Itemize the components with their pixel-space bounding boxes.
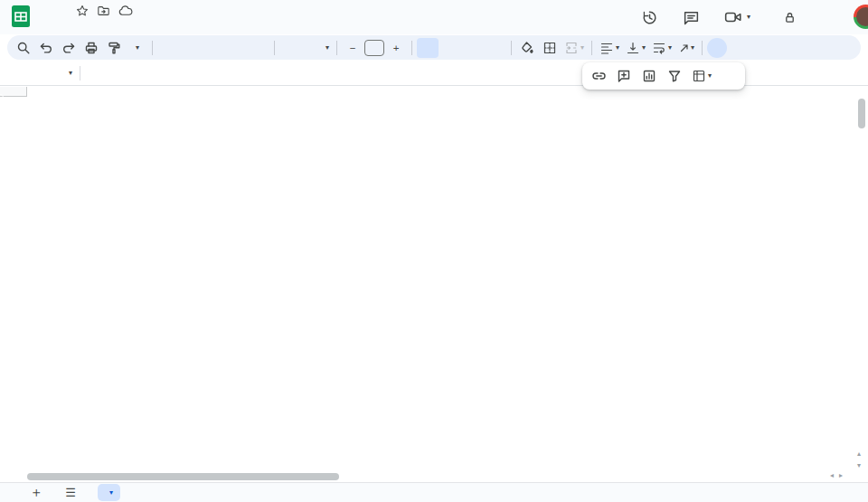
version-history-icon xyxy=(641,9,658,26)
sheet-tab-active[interactable]: ▾ xyxy=(98,484,120,501)
insert-chart-button[interactable] xyxy=(638,66,660,86)
top-bar: ▾ xyxy=(0,0,868,34)
add-sheet-button[interactable]: ＋ xyxy=(25,484,47,501)
toolbar-divider xyxy=(336,41,337,55)
bold-button[interactable] xyxy=(417,38,439,58)
paint-format-button[interactable] xyxy=(103,38,125,58)
pivot-table-icon xyxy=(692,69,706,83)
merge-cells-button: ▾ xyxy=(561,38,587,58)
sheet-tab-bar: ＋ ☰ ▾ xyxy=(0,482,868,502)
decrease-decimals-button[interactable] xyxy=(203,38,224,58)
name-box[interactable]: ▾ xyxy=(0,70,80,77)
horizontal-align-button[interactable]: ▾ xyxy=(597,38,622,58)
text-rotation-button[interactable]: ▾ xyxy=(675,38,697,58)
search-icon xyxy=(16,41,31,55)
decrease-font-size-button[interactable]: − xyxy=(342,38,363,58)
insert-comment-icon xyxy=(617,69,631,83)
move-folder-icon[interactable] xyxy=(97,5,110,17)
borders-icon xyxy=(542,41,557,55)
chevron-down-icon: ▾ xyxy=(668,44,672,52)
text-color-button[interactable] xyxy=(485,38,506,58)
filter-icon xyxy=(667,69,682,83)
spreadsheet-grid xyxy=(0,87,857,471)
chevron-down-icon: ▾ xyxy=(616,44,619,52)
star-icon[interactable] xyxy=(76,5,89,17)
vertical-scrollbar-thumb[interactable] xyxy=(858,99,865,128)
scroll-down-icon[interactable]: ▾ xyxy=(857,461,861,469)
toolbar-divider xyxy=(591,41,592,55)
pivot-table-button[interactable]: ▾ xyxy=(689,66,714,86)
toolbar-divider xyxy=(511,41,512,55)
sheets-logo-icon[interactable] xyxy=(9,5,33,28)
vertical-scrollbar[interactable] xyxy=(858,88,866,460)
chevron-down-icon: ▾ xyxy=(708,72,712,80)
join-call-button[interactable] xyxy=(722,6,744,28)
version-history-button[interactable] xyxy=(639,6,661,28)
redo-icon xyxy=(61,41,76,55)
toolbar-divider xyxy=(702,41,703,55)
horizontal-scroll-arrows: ◂ ▸ xyxy=(830,471,843,479)
text-wrap-icon xyxy=(652,41,666,55)
main-toolbar: ▾ ▾ − + ▾ ▾ ▾ ▾ ▾ xyxy=(7,35,861,60)
horizontal-scrollbar[interactable] xyxy=(27,473,828,480)
share-button[interactable] xyxy=(745,5,839,29)
increase-decimals-button[interactable] xyxy=(225,38,247,58)
paint-format-icon xyxy=(107,41,121,55)
insert-link-icon xyxy=(591,69,607,83)
avatar[interactable] xyxy=(854,5,868,29)
more-toolbar-button[interactable] xyxy=(707,38,727,58)
toolbar-divider xyxy=(152,41,153,55)
redo-button[interactable] xyxy=(58,38,80,58)
insert-comment-button[interactable] xyxy=(613,66,635,86)
print-button[interactable] xyxy=(80,38,102,58)
functions-button[interactable] xyxy=(718,66,740,86)
fill-color-button[interactable] xyxy=(516,38,538,58)
toolbar-divider xyxy=(274,41,275,55)
font-size-input[interactable] xyxy=(364,40,384,56)
sheet-tab-caret-icon[interactable]: ▾ xyxy=(109,489,113,497)
strikethrough-button[interactable] xyxy=(462,38,484,58)
scroll-up-icon[interactable]: ▴ xyxy=(857,450,861,458)
merge-cells-icon xyxy=(564,41,579,55)
search-button[interactable] xyxy=(13,38,34,58)
more-formats-button[interactable] xyxy=(248,38,269,58)
all-sheets-button[interactable]: ☰ xyxy=(60,486,81,499)
borders-button[interactable] xyxy=(539,38,561,58)
align-left-icon xyxy=(599,41,614,55)
insert-chart-icon xyxy=(642,69,656,83)
font-family-select[interactable]: ▾ xyxy=(279,38,332,58)
fill-color-icon xyxy=(520,41,534,55)
chevron-down-icon: ▾ xyxy=(642,44,646,52)
zoom-control[interactable]: ▾ xyxy=(126,38,147,58)
scroll-right-icon[interactable]: ▸ xyxy=(839,471,843,479)
comments-button[interactable] xyxy=(681,6,703,28)
print-icon xyxy=(84,41,99,55)
select-all-corner[interactable] xyxy=(0,87,27,97)
chevron-down-icon: ▾ xyxy=(580,44,584,52)
formula-bar-divider xyxy=(80,66,80,81)
cloud-status-icon[interactable] xyxy=(118,5,133,17)
chevron-down-icon: ▾ xyxy=(691,44,694,52)
fill-handle[interactable] xyxy=(0,94,4,100)
toolbar-divider xyxy=(411,41,412,55)
scroll-left-icon[interactable]: ◂ xyxy=(830,471,834,479)
increase-font-size-button[interactable]: + xyxy=(385,38,407,58)
percent-format-button[interactable] xyxy=(180,38,202,58)
video-call-icon xyxy=(724,9,742,25)
vertical-align-icon xyxy=(626,41,640,55)
chevron-down-icon: ▾ xyxy=(326,44,329,52)
insert-link-button[interactable] xyxy=(588,66,609,86)
vertical-align-button[interactable]: ▾ xyxy=(623,38,648,58)
lock-icon xyxy=(784,12,796,24)
name-box-caret-icon[interactable]: ▾ xyxy=(69,70,72,77)
currency-format-button[interactable] xyxy=(157,38,179,58)
toolbar-overflow-popup: ▾ xyxy=(582,62,745,90)
horizontal-scrollbar-thumb[interactable] xyxy=(27,473,339,480)
undo-button[interactable] xyxy=(35,38,57,58)
vertical-scroll-arrows: ▴ ▾ xyxy=(857,450,861,469)
text-wrap-button[interactable]: ▾ xyxy=(649,38,675,58)
create-filter-button[interactable] xyxy=(664,66,685,86)
undo-icon xyxy=(39,41,53,55)
rotate-arrow-icon xyxy=(680,43,689,52)
italic-button[interactable] xyxy=(439,38,461,58)
